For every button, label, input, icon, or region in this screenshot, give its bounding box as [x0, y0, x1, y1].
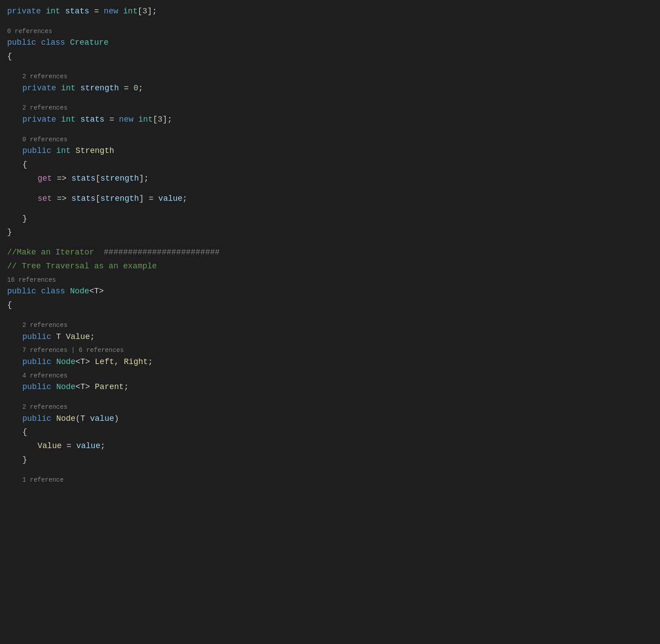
- code-token: Node: [56, 382, 76, 391]
- code-token: value: [158, 194, 182, 203]
- code-token: {: [22, 160, 27, 169]
- code-content: }: [7, 226, 12, 239]
- blank-line: [0, 64, 660, 70]
- code-token: =: [105, 115, 119, 124]
- code-token: //Make an Iterator: [7, 248, 104, 257]
- code-token: Strength: [76, 146, 114, 155]
- code-token: {: [22, 428, 27, 436]
- code-token: 3: [143, 7, 148, 16]
- code-content: set => stats[strength] = value;: [38, 192, 187, 205]
- code-token: class: [41, 287, 65, 296]
- code-token: private: [22, 84, 56, 93]
- code-token: public: [22, 146, 51, 155]
- code-token: {: [7, 52, 12, 61]
- code-content: get => stats[strength];: [38, 172, 148, 185]
- code-token: Right: [124, 357, 148, 366]
- code-content: {: [22, 426, 27, 439]
- code-token: stats: [80, 115, 105, 124]
- code-token: =: [89, 7, 104, 16]
- reference-label: 16 references: [0, 276, 660, 285]
- code-token: =: [119, 84, 133, 93]
- code-token: [36, 287, 41, 296]
- code-token: [51, 382, 56, 391]
- code-token: [60, 7, 65, 16]
- code-content: {: [7, 299, 12, 312]
- code-token: strength: [80, 84, 119, 93]
- code-token: Left: [95, 357, 114, 366]
- code-token: }: [22, 455, 27, 464]
- reference-label: 2 references: [0, 321, 660, 330]
- code-token: int: [56, 146, 71, 155]
- reference-label: 4 references: [0, 372, 660, 381]
- code-token: int: [61, 84, 75, 93]
- code-content: Value = value;: [38, 440, 105, 453]
- code-token: public: [22, 357, 51, 366]
- code-token: [: [153, 115, 158, 124]
- code-token: ########################: [104, 248, 220, 257]
- code-token: [51, 357, 56, 366]
- code-token: [51, 146, 56, 155]
- code-line: // Tree Traversal as an example: [0, 259, 660, 273]
- code-line: public Node<T> Parent;: [0, 380, 660, 394]
- blank-line: [0, 312, 660, 318]
- code-line: public class Creature: [0, 36, 660, 50]
- code-token: Node: [70, 287, 89, 296]
- code-token: stats: [72, 194, 96, 203]
- code-token: ;: [138, 84, 143, 93]
- code-token: public: [7, 287, 36, 296]
- code-token: [: [96, 174, 101, 183]
- reference-label: 1 reference: [0, 476, 660, 485]
- code-line: public Node(T value): [0, 412, 660, 426]
- code-token: ;: [90, 332, 95, 341]
- code-token: Node: [56, 357, 76, 366]
- code-editor: private int stats = new int[3];0 referen…: [0, 0, 660, 489]
- blank-line: [0, 239, 660, 246]
- code-token: Node: [56, 414, 76, 423]
- code-token: [65, 38, 70, 47]
- code-token: [: [96, 194, 101, 203]
- reference-label: 0 references: [0, 136, 660, 144]
- blank-line: [0, 394, 660, 400]
- code-line: //Make an Iterator #####################…: [0, 246, 660, 259]
- code-token: private: [7, 7, 41, 16]
- code-token: Value: [66, 332, 90, 341]
- code-content: }: [22, 453, 27, 466]
- code-token: int: [138, 115, 152, 124]
- code-content: public int Strength: [22, 144, 114, 157]
- code-line: {: [0, 425, 660, 439]
- code-content: public T Value;: [22, 330, 95, 343]
- code-token: private: [22, 115, 56, 124]
- code-token: int: [61, 115, 75, 124]
- code-token: new: [104, 7, 118, 16]
- code-content: public class Creature: [7, 36, 109, 49]
- code-token: =>: [52, 194, 71, 203]
- code-line: public T Value;: [0, 330, 660, 344]
- code-token: Parent: [95, 382, 124, 391]
- code-token: 0: [133, 84, 138, 93]
- code-content: private int stats = new int[3];: [22, 113, 172, 126]
- reference-label: 2 references: [0, 403, 660, 412]
- code-token: }: [7, 228, 12, 237]
- code-token: [51, 414, 56, 423]
- code-content: {: [22, 158, 27, 171]
- code-token: ];: [162, 115, 172, 124]
- blank-line: [0, 467, 660, 473]
- code-content: public class Node<T>: [7, 285, 104, 298]
- code-token: =>: [52, 174, 71, 183]
- code-token: [133, 115, 138, 124]
- code-token: [41, 7, 46, 16]
- code-line: set => stats[strength] = value;: [0, 192, 660, 206]
- blank-line: [0, 95, 660, 101]
- code-token: strength: [100, 174, 139, 183]
- code-token: strength: [100, 194, 139, 203]
- code-content: // Tree Traversal as an example: [7, 260, 157, 273]
- code-token: ];: [147, 7, 157, 16]
- code-content: //Make an Iterator #####################…: [7, 246, 220, 259]
- code-token: get: [38, 174, 52, 183]
- code-line: Value = value;: [0, 439, 660, 453]
- code-token: public: [22, 382, 51, 391]
- code-token: int: [123, 7, 137, 16]
- code-line: {: [0, 158, 660, 172]
- code-token: [36, 38, 41, 47]
- code-line: }: [0, 212, 660, 226]
